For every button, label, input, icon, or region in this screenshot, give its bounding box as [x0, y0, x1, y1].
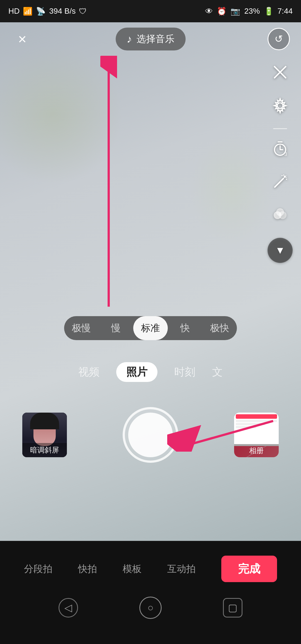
- recents-button[interactable]: ▢: [223, 598, 242, 618]
- nav-segment[interactable]: 分段拍: [24, 563, 52, 575]
- gesture-bar: ◁ ○ ▢: [0, 597, 301, 619]
- tab-photo[interactable]: 照片: [116, 362, 157, 382]
- album-label: 相册: [234, 444, 279, 457]
- status-bar: HD 📶 📡 394 B/s 🛡 👁 ⏰ 📷 23% 🔋 7:44: [0, 0, 301, 22]
- speed-selector[interactable]: 极慢 慢 标准 快 极快: [64, 316, 237, 340]
- svg-point-17: [276, 208, 284, 216]
- music-label: 选择音乐: [137, 33, 174, 45]
- speed-very-fast[interactable]: 极快: [202, 316, 237, 340]
- nav-quick[interactable]: 快拍: [78, 563, 97, 575]
- bottom-bar: 分段拍 快拍 模板 互动拍 完成 ◁ ○ ▢: [0, 541, 301, 644]
- timer-button[interactable]: 3: [268, 137, 293, 163]
- status-right: 👁 ⏰ 📷 23% 🔋 7:44: [205, 7, 293, 16]
- home-icon: ○: [147, 602, 154, 614]
- speed-text: 394 B/s: [49, 7, 76, 16]
- status-left: HD 📶 📡 394 B/s 🛡: [8, 7, 87, 16]
- back-icon: ◁: [64, 602, 72, 614]
- album-button[interactable]: 相册: [234, 413, 279, 457]
- svg-point-10: [284, 176, 285, 177]
- nav-interactive[interactable]: 互动拍: [167, 563, 196, 575]
- filter-icon: [272, 207, 288, 227]
- svg-point-13: [281, 175, 283, 176]
- nav-template[interactable]: 模板: [123, 563, 142, 575]
- back-button[interactable]: ◁: [59, 598, 78, 618]
- flash-button[interactable]: [268, 61, 293, 86]
- filter-button[interactable]: [268, 204, 293, 229]
- speed-slow[interactable]: 慢: [99, 316, 133, 340]
- more-button[interactable]: ▼: [268, 238, 293, 263]
- top-bar: × ♪ 选择音乐 ↺: [0, 22, 301, 56]
- tab-text[interactable]: 文: [212, 365, 223, 379]
- speed-very-slow[interactable]: 极慢: [64, 316, 99, 340]
- speed-normal[interactable]: 标准: [133, 316, 168, 340]
- svg-point-11: [283, 175, 284, 176]
- shutter-inner: [128, 413, 173, 457]
- recents-icon: ▢: [228, 602, 237, 614]
- signal-icon: 📶: [23, 7, 33, 16]
- flip-circle: ↺: [268, 28, 290, 50]
- tab-moment[interactable]: 时刻: [174, 365, 195, 379]
- battery-level: 23%: [244, 7, 260, 16]
- svg-text:3: 3: [284, 151, 287, 157]
- svg-point-2: [277, 103, 283, 108]
- flip-camera-button[interactable]: ↺: [268, 28, 290, 50]
- battery-icon: 🔋: [264, 7, 274, 16]
- speed-fast[interactable]: 快: [168, 316, 202, 340]
- svg-line-8: [275, 179, 283, 187]
- magic-button[interactable]: [268, 171, 293, 196]
- shutter-button[interactable]: [123, 407, 178, 463]
- flash-off-icon: [272, 64, 288, 83]
- wifi-icon: 📡: [36, 7, 46, 16]
- music-icon: ♪: [127, 33, 132, 45]
- thumbnail-label: 暗调斜屏: [22, 443, 67, 457]
- home-button[interactable]: ○: [139, 597, 162, 619]
- music-button[interactable]: ♪ 选择音乐: [116, 28, 186, 50]
- done-button[interactable]: 完成: [221, 556, 277, 582]
- thumbnail-template[interactable]: 暗调斜屏: [22, 413, 67, 457]
- tab-video[interactable]: 视频: [78, 365, 99, 379]
- mode-tabs: 视频 照片 时刻 文: [78, 362, 223, 382]
- timer-icon: 3: [272, 140, 288, 160]
- magic-wand-icon: [272, 174, 288, 193]
- camera-icon: 📷: [230, 7, 240, 16]
- flip-icon: ↺: [275, 33, 283, 45]
- divider: [273, 128, 287, 129]
- right-icons-panel: 3: [268, 61, 293, 263]
- settings-icon: [272, 98, 288, 117]
- close-button[interactable]: ×: [11, 28, 33, 50]
- svg-point-14: [286, 179, 287, 180]
- eye-icon: 👁: [205, 7, 213, 16]
- bottom-controls: 暗调斜屏 相册: [0, 407, 301, 463]
- alarm-icon: ⏰: [217, 7, 227, 16]
- shield-icon: 🛡: [79, 7, 87, 16]
- camera-viewfinder: × ♪ 选择音乐 ↺: [0, 22, 301, 541]
- settings-button[interactable]: [268, 95, 293, 120]
- hd-badge: HD: [8, 7, 20, 16]
- bottom-nav: 分段拍 快拍 模板 互动拍 完成: [0, 541, 301, 597]
- clock: 7:44: [278, 7, 293, 16]
- chevron-down-icon: ▼: [275, 244, 285, 256]
- svg-point-12: [285, 177, 287, 178]
